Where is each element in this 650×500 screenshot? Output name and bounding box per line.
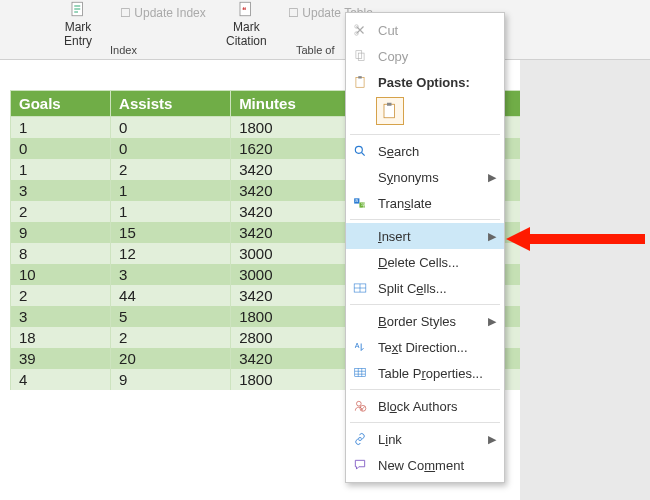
table-cell[interactable]: 18 xyxy=(11,327,111,348)
table-cell[interactable]: 3420 xyxy=(231,159,357,180)
table-cell[interactable]: 2 xyxy=(111,159,231,180)
table-cell[interactable]: 3420 xyxy=(231,285,357,306)
table-cell[interactable]: 3420 xyxy=(231,348,357,369)
menu-new-comment[interactable]: New Comment xyxy=(346,452,504,478)
page-gutter xyxy=(520,60,650,500)
text-direction-icon: A xyxy=(350,340,370,354)
table-cell[interactable]: 3 xyxy=(11,180,111,201)
menu-table-properties[interactable]: Table Properties... xyxy=(346,360,504,386)
table-cell[interactable]: 44 xyxy=(111,285,231,306)
annotation-arrow xyxy=(506,227,645,251)
mark-citation-label: Mark Citation xyxy=(226,20,267,48)
table-cell[interactable]: 2 xyxy=(111,327,231,348)
paste-icon xyxy=(350,75,370,89)
column-header[interactable]: Goals xyxy=(11,91,111,117)
svg-rect-6 xyxy=(358,53,364,61)
table-cell[interactable]: 2800 xyxy=(231,327,357,348)
table-cell[interactable]: 3000 xyxy=(231,243,357,264)
copy-icon xyxy=(350,49,370,63)
chevron-right-icon: ▶ xyxy=(488,433,496,446)
svg-text:A: A xyxy=(355,342,360,349)
cut-icon xyxy=(350,23,370,37)
table-cell[interactable]: 2 xyxy=(11,285,111,306)
chevron-right-icon: ▶ xyxy=(488,171,496,184)
svg-rect-5 xyxy=(356,51,362,59)
menu-copy: Copy xyxy=(346,43,504,69)
table-cell[interactable]: 3 xyxy=(111,264,231,285)
menu-synonyms[interactable]: Synonyms ▶ xyxy=(346,164,504,190)
table-cell[interactable]: 1 xyxy=(11,159,111,180)
menu-border-styles[interactable]: Border Styles ▶ xyxy=(346,308,504,334)
table-cell[interactable]: 1 xyxy=(111,180,231,201)
block-authors-icon xyxy=(350,399,370,413)
split-cells-icon xyxy=(350,281,370,295)
table-cell[interactable]: 4 xyxy=(11,369,111,390)
search-icon xyxy=(350,144,370,158)
table-cell[interactable]: 10 xyxy=(11,264,111,285)
table-cell[interactable]: 15 xyxy=(111,222,231,243)
table-cell[interactable]: 2 xyxy=(11,201,111,222)
table-cell[interactable]: 12 xyxy=(111,243,231,264)
ribbon: Mark Entry ☐ Update Index Index ❝ Mark C… xyxy=(0,0,650,60)
table-cell[interactable]: 3420 xyxy=(231,201,357,222)
table-cell[interactable]: 3420 xyxy=(231,222,357,243)
table-cell[interactable]: 3000 xyxy=(231,264,357,285)
table-cell[interactable]: 39 xyxy=(11,348,111,369)
svg-rect-7 xyxy=(356,77,364,87)
menu-paste-options-header: Paste Options: xyxy=(346,69,504,95)
svg-rect-8 xyxy=(358,76,362,78)
ribbon-group-index: Index xyxy=(110,44,137,56)
svg-rect-18 xyxy=(355,368,366,376)
menu-translate[interactable]: a字 Translate xyxy=(346,190,504,216)
paste-keep-source-button[interactable] xyxy=(376,97,404,125)
svg-rect-10 xyxy=(387,103,392,106)
mark-entry-label: Mark Entry xyxy=(64,20,92,48)
column-header[interactable]: Assists xyxy=(111,91,231,117)
svg-text:❝: ❝ xyxy=(243,6,247,15)
table-cell[interactable]: 9 xyxy=(11,222,111,243)
menu-split-cells[interactable]: Split Cells... xyxy=(346,275,504,301)
mark-citation-button[interactable]: ❝ Mark Citation xyxy=(226,0,267,48)
menu-link[interactable]: Link ▶ xyxy=(346,426,504,452)
svg-text:字: 字 xyxy=(361,202,366,208)
ribbon-group-authorities: Table of xyxy=(296,44,335,56)
table-cell[interactable]: 1 xyxy=(111,201,231,222)
menu-cut: Cut xyxy=(346,17,504,43)
svg-text:a: a xyxy=(355,198,358,203)
table-cell[interactable]: 1800 xyxy=(231,117,357,139)
chevron-right-icon: ▶ xyxy=(488,230,496,243)
table-cell[interactable]: 9 xyxy=(111,369,231,390)
menu-text-direction[interactable]: A Text Direction... xyxy=(346,334,504,360)
table-cell[interactable]: 5 xyxy=(111,306,231,327)
table-cell[interactable]: 20 xyxy=(111,348,231,369)
table-cell[interactable]: 3 xyxy=(11,306,111,327)
chevron-right-icon: ▶ xyxy=(488,315,496,328)
svg-rect-9 xyxy=(384,104,395,118)
table-cell[interactable]: 0 xyxy=(111,117,231,139)
table-cell[interactable]: 1800 xyxy=(231,306,357,327)
svg-point-19 xyxy=(357,401,362,406)
svg-point-11 xyxy=(355,146,362,153)
table-cell[interactable]: 1 xyxy=(11,117,111,139)
column-header[interactable]: Minutes xyxy=(231,91,357,117)
menu-delete-cells[interactable]: Delete Cells... xyxy=(346,249,504,275)
context-menu: Cut Copy Paste Options: Search Synonyms … xyxy=(345,12,505,483)
menu-insert[interactable]: Insert ▶ xyxy=(346,223,504,249)
mark-entry-button[interactable]: Mark Entry xyxy=(64,0,92,48)
table-cell[interactable]: 1620 xyxy=(231,138,357,159)
table-cell[interactable]: 1800 xyxy=(231,369,357,390)
comment-icon xyxy=(350,458,370,472)
table-cell[interactable]: 8 xyxy=(11,243,111,264)
update-index-button: ☐ Update Index xyxy=(120,6,206,20)
table-cell[interactable]: 0 xyxy=(111,138,231,159)
menu-search[interactable]: Search xyxy=(346,138,504,164)
table-cell[interactable]: 3420 xyxy=(231,180,357,201)
menu-block-authors[interactable]: Block Authors xyxy=(346,393,504,419)
link-icon xyxy=(350,432,370,446)
table-properties-icon xyxy=(350,366,370,380)
table-cell[interactable]: 0 xyxy=(11,138,111,159)
translate-icon: a字 xyxy=(350,196,370,210)
